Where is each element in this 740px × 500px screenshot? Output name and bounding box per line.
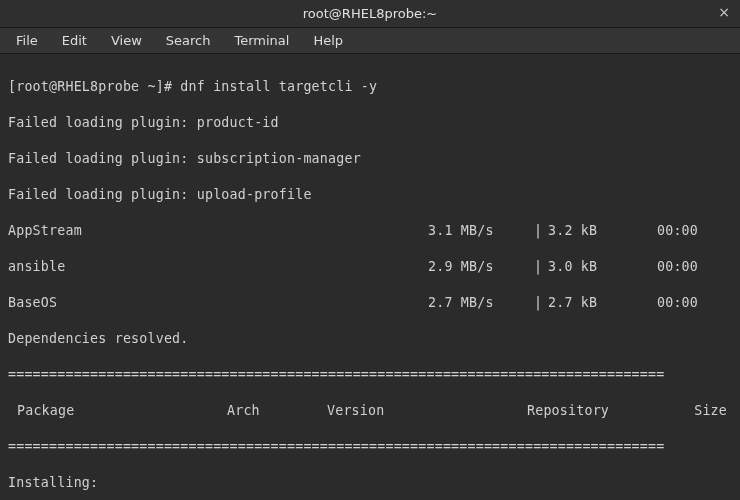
installing-section-label: Installing: xyxy=(8,474,732,492)
repo-name: ansible xyxy=(8,258,428,276)
menubar: File Edit View Search Terminal Help xyxy=(0,28,740,54)
pipe-icon: | xyxy=(528,222,548,240)
repo-row: BaseOS2.7 MB/s|2.7 kB00:00 xyxy=(8,294,732,312)
output-line: Dependencies resolved. xyxy=(8,330,732,348)
repo-bytes: 2.7 kB xyxy=(548,294,628,312)
repo-bytes: 3.0 kB xyxy=(548,258,628,276)
col-repository: Repository xyxy=(527,402,667,420)
separator-line: ========================================… xyxy=(8,438,732,456)
menu-terminal[interactable]: Terminal xyxy=(224,29,299,52)
repo-name: AppStream xyxy=(8,222,428,240)
col-package: Package xyxy=(17,402,227,420)
menu-view[interactable]: View xyxy=(101,29,152,52)
repo-time: 00:00 xyxy=(628,258,698,276)
repo-bytes: 3.2 kB xyxy=(548,222,628,240)
repo-speed: 2.9 MB/s xyxy=(428,258,528,276)
repo-name: BaseOS xyxy=(8,294,428,312)
menu-file[interactable]: File xyxy=(6,29,48,52)
pipe-icon: | xyxy=(528,294,548,312)
menu-search[interactable]: Search xyxy=(156,29,221,52)
window-titlebar: root@RHEL8probe:~ × xyxy=(0,0,740,28)
output-line: Failed loading plugin: product-id xyxy=(8,114,732,132)
repo-time: 00:00 xyxy=(628,294,698,312)
command-text: dnf install targetcli -y xyxy=(180,79,377,94)
repo-time: 00:00 xyxy=(628,222,698,240)
close-icon[interactable]: × xyxy=(718,4,730,20)
col-version: Version xyxy=(327,402,527,420)
prompt-line: [root@RHEL8probe ~]# dnf install targetc… xyxy=(8,78,732,96)
separator-line: ========================================… xyxy=(8,366,732,384)
output-line: Failed loading plugin: upload-profile xyxy=(8,186,732,204)
shell-prompt: [root@RHEL8probe ~]# xyxy=(8,79,180,94)
terminal-output[interactable]: [root@RHEL8probe ~]# dnf install targetc… xyxy=(0,54,740,500)
window-title: root@RHEL8probe:~ xyxy=(303,6,437,21)
repo-speed: 3.1 MB/s xyxy=(428,222,528,240)
repo-speed: 2.7 MB/s xyxy=(428,294,528,312)
col-size: Size xyxy=(667,402,727,420)
table-header: PackageArchVersionRepositorySize xyxy=(8,402,732,420)
menu-help[interactable]: Help xyxy=(303,29,353,52)
col-arch: Arch xyxy=(227,402,327,420)
pipe-icon: | xyxy=(528,258,548,276)
output-line: Failed loading plugin: subscription-mana… xyxy=(8,150,732,168)
menu-edit[interactable]: Edit xyxy=(52,29,97,52)
repo-row: ansible2.9 MB/s|3.0 kB00:00 xyxy=(8,258,732,276)
repo-row: AppStream3.1 MB/s|3.2 kB00:00 xyxy=(8,222,732,240)
